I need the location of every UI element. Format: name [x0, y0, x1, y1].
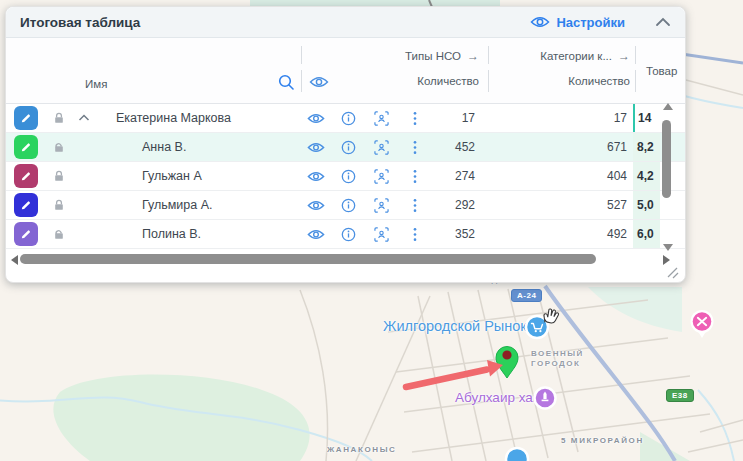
tovar-value: 4,2 — [633, 162, 660, 190]
vertical-scrollbar[interactable] — [660, 103, 674, 251]
qty-nso-value: 352 — [431, 227, 481, 241]
pencil-icon — [19, 111, 33, 125]
row-menu-dots-icon[interactable] — [398, 169, 431, 184]
collapse-row-caret-icon[interactable] — [78, 114, 90, 122]
column-header-tovar: Товар — [646, 65, 677, 77]
pencil-icon — [19, 169, 33, 183]
settings-button[interactable]: Настройки — [530, 15, 625, 30]
row-name: Гульмира А. — [96, 198, 299, 212]
search-icon[interactable] — [277, 73, 295, 91]
edit-pencil-button[interactable] — [14, 222, 38, 246]
lock-icon[interactable] — [52, 198, 66, 212]
column-header-qty-1[interactable]: Количество — [381, 75, 479, 87]
panel-resize-handle[interactable] — [665, 265, 679, 279]
table-row[interactable]: Полина В. 352 492 6,0 — [6, 220, 685, 249]
qty-category-value: 671 — [481, 140, 633, 154]
qty-nso-value: 17 — [431, 111, 481, 125]
row-locate-agent-icon[interactable] — [365, 111, 398, 126]
row-locate-agent-icon[interactable] — [365, 198, 398, 213]
arrow-right-icon: → — [467, 49, 479, 63]
horizontal-scrollbar[interactable] — [8, 252, 670, 266]
scroll-right-arrow-icon[interactable] — [663, 255, 670, 265]
table-header: Типы НСО → Категории к... → Товар Имя Ко… — [6, 38, 685, 104]
qty-nso-value: 292 — [431, 198, 481, 212]
qty-category-value: 404 — [481, 169, 633, 183]
panel-title: Итоговая таблица — [20, 15, 530, 30]
tovar-value: 14 — [633, 104, 660, 132]
tovar-value: 6,0 — [633, 220, 660, 248]
lock-open-icon[interactable] — [52, 227, 66, 241]
panel-title-bar: Итоговая таблица Настройки — [6, 7, 685, 38]
scroll-down-arrow-icon[interactable] — [663, 244, 673, 251]
qty-category-value: 492 — [481, 227, 633, 241]
row-locate-agent-icon[interactable] — [365, 227, 398, 242]
market-poi-icon[interactable] — [526, 316, 548, 338]
map-label-abulkhair-khan: Абулхаир хан — [455, 390, 540, 405]
row-menu-dots-icon[interactable] — [398, 227, 431, 242]
qty-nso-value: 452 — [431, 140, 481, 154]
row-eye-icon[interactable] — [299, 228, 332, 241]
map-label-market: Жилгородской Рынок — [383, 318, 527, 334]
qty-nso-value: 274 — [431, 169, 481, 183]
edit-pencil-button[interactable] — [14, 135, 38, 159]
pencil-icon — [19, 140, 33, 154]
table-row[interactable]: Екатерина Маркова 17 17 14 — [6, 104, 685, 133]
row-info-icon[interactable] — [332, 169, 365, 184]
column-header-qty-2[interactable]: Количество — [526, 75, 630, 87]
row-info-icon[interactable] — [332, 111, 365, 126]
row-info-icon[interactable] — [332, 198, 365, 213]
edit-pencil-button[interactable] — [14, 106, 38, 130]
row-eye-icon[interactable] — [299, 199, 332, 212]
map-label-zhanakonys: ЖАНАКОНЫС — [327, 445, 396, 454]
table-body: Екатерина Маркова 17 17 14 Анна В. — [6, 104, 685, 249]
monument-poi-icon[interactable] — [535, 388, 556, 409]
column-group-categories[interactable]: Категории к... → — [501, 49, 630, 63]
scroll-up-arrow-icon[interactable] — [663, 103, 673, 110]
pencil-icon — [19, 198, 33, 212]
collapse-chevron-up-icon[interactable] — [655, 17, 671, 27]
vertical-scroll-thumb[interactable] — [662, 120, 671, 198]
column-group-nso-types[interactable]: Типы НСО → — [346, 49, 479, 63]
row-menu-dots-icon[interactable] — [398, 140, 431, 155]
row-name: Екатерина Маркова — [96, 111, 299, 125]
row-info-icon[interactable] — [332, 227, 365, 242]
row-eye-icon[interactable] — [299, 112, 332, 125]
column-header-name: Имя — [85, 78, 107, 90]
bottom-poi-icon[interactable] — [506, 448, 528, 461]
horizontal-scroll-thumb[interactable] — [20, 254, 596, 264]
map-label-voenny-gorodok: ВОЕННЫЙ ГОРОДОК — [531, 349, 599, 369]
pin-dot — [502, 350, 511, 359]
table-row[interactable]: Гульжан А 274 404 4,2 — [6, 162, 685, 191]
row-menu-dots-icon[interactable] — [398, 111, 431, 126]
table-row[interactable]: Гульмира А. 292 527 5,0 — [6, 191, 685, 220]
tovar-value: 5,0 — [633, 191, 660, 219]
road-badge-e38: Е38 — [666, 389, 694, 402]
qty-category-value: 17 — [481, 111, 633, 125]
row-name: Анна В. — [96, 140, 299, 154]
lock-icon[interactable] — [52, 111, 66, 125]
column-visibility-eye-icon[interactable] — [309, 75, 329, 89]
arrow-right-icon: → — [618, 49, 630, 63]
row-eye-icon[interactable] — [299, 141, 332, 154]
group-label: Категории к... — [540, 50, 612, 62]
row-menu-dots-icon[interactable] — [398, 198, 431, 213]
map-label-5-mikroraion: 5 МИКРОРАЙОН — [561, 436, 644, 445]
pencil-icon — [19, 227, 33, 241]
row-info-icon[interactable] — [332, 140, 365, 155]
settings-label: Настройки — [556, 15, 625, 30]
group-label: Типы НСО — [405, 50, 461, 62]
lock-icon[interactable] — [52, 169, 66, 183]
eye-icon — [530, 15, 550, 29]
row-name: Полина В. — [96, 227, 299, 241]
row-locate-agent-icon[interactable] — [365, 140, 398, 155]
edit-pencil-button[interactable] — [14, 164, 38, 188]
tovar-value: 8,2 — [633, 133, 660, 161]
row-eye-icon[interactable] — [299, 170, 332, 183]
lock-open-icon[interactable] — [52, 140, 66, 154]
edit-pencil-button[interactable] — [14, 193, 38, 217]
scroll-left-arrow-icon[interactable] — [11, 255, 18, 265]
table-row[interactable]: Анна В. 452 671 8,2 — [6, 133, 685, 162]
row-locate-agent-icon[interactable] — [365, 169, 398, 184]
row-name: Гульжан А — [96, 169, 299, 183]
summary-table-panel: Итоговая таблица Настройки Типы НСО → Ка… — [5, 6, 686, 283]
